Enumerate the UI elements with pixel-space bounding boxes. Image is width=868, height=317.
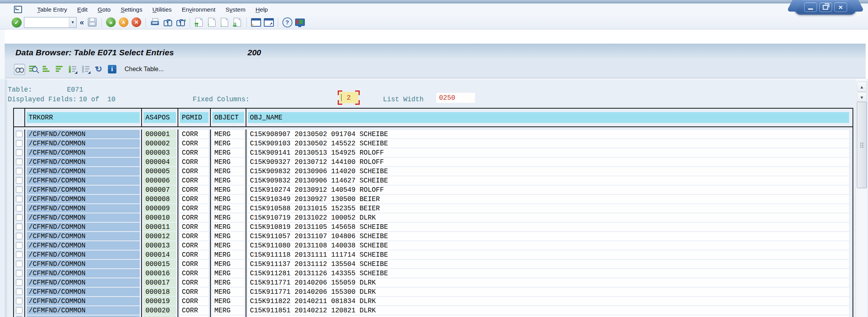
system-menu-icon[interactable] xyxy=(14,6,22,13)
collapse-icon[interactable]: « xyxy=(79,18,85,27)
table-row[interactable]: /CFMFND/COMMON 000009 CORR MERG C15K9105… xyxy=(14,204,853,213)
table-row[interactable]: /CFMFND/COMMON 000010 CORR MERG C15K9107… xyxy=(14,213,853,222)
table-row[interactable]: /CFMFND/COMMON 000004 CORR MERG C15K9093… xyxy=(14,157,853,167)
row-checkbox[interactable] xyxy=(16,270,22,276)
back-button[interactable]: « xyxy=(106,17,116,27)
row-checkbox[interactable] xyxy=(16,242,22,249)
row-checkbox[interactable] xyxy=(16,223,22,230)
cell-trkorr: /CFMFND/COMMON xyxy=(25,167,142,176)
table-row[interactable]: /CFMFND/COMMON 000008 CORR MERG C15K9103… xyxy=(14,194,853,204)
list-width-field[interactable]: 0250 xyxy=(436,93,475,103)
menu-item-table-entry[interactable]: Table Entry xyxy=(32,5,72,15)
row-checkbox[interactable] xyxy=(16,168,22,174)
cell-obj-name: C15K910349 20130927 130500 BEIER xyxy=(246,194,853,204)
row-checkbox[interactable] xyxy=(16,131,22,137)
row-checkbox[interactable] xyxy=(16,214,22,221)
row-checkbox[interactable] xyxy=(16,298,22,304)
cell-trkorr: /CFMFND/COMMON xyxy=(25,278,142,287)
cancel-button[interactable]: ✕ xyxy=(131,17,142,27)
menu-item-utilities[interactable]: Utilities xyxy=(147,5,177,15)
menu-item-system[interactable]: System xyxy=(220,5,251,15)
vertical-scrollbar[interactable]: ▲ ▼ xyxy=(856,79,867,317)
row-checkbox[interactable] xyxy=(16,261,22,267)
row-checkbox[interactable] xyxy=(16,149,22,156)
display-button[interactable] xyxy=(14,64,25,75)
column-header-obj-name[interactable]: OBJ_NAME xyxy=(246,109,853,126)
row-checkbox[interactable] xyxy=(16,140,22,147)
row-checkbox[interactable] xyxy=(16,233,22,239)
row-checkbox[interactable] xyxy=(16,186,22,193)
scroll-down-button[interactable]: ▼ xyxy=(857,92,867,102)
table-row[interactable]: /CFMFND/COMMON 000019 CORR MERG C15K9118… xyxy=(14,297,853,306)
set-filter-button[interactable] xyxy=(67,64,78,75)
column-header-object[interactable]: OBJECT xyxy=(211,109,246,126)
row-checkbox[interactable] xyxy=(16,251,22,258)
cell-obj-name: C15K911118 20131111 111714 SCHEIBE xyxy=(246,250,853,259)
table-row[interactable]: /CFMFND/COMMON 000015 CORR MERG C15K9111… xyxy=(14,259,853,269)
command-field[interactable] xyxy=(24,18,69,27)
table-row[interactable]: /CFMFND/COMMON 000016 CORR MERG C15K9112… xyxy=(14,269,853,278)
table-row[interactable]: /CFMFND/COMMON 000011 CORR MERG C15K9108… xyxy=(14,222,853,232)
help-button[interactable]: ? xyxy=(282,17,292,27)
restore-button[interactable] xyxy=(819,2,832,12)
cell-trkorr: /CFMFND/COMMON xyxy=(25,241,142,250)
menu-item-edit[interactable]: Edit xyxy=(72,5,93,15)
exit-button[interactable]: ∧ xyxy=(118,17,129,27)
table-row[interactable]: /CFMFND/COMMON 000014 CORR MERG C15K9111… xyxy=(14,250,853,259)
column-header-as4pos[interactable]: AS4POS xyxy=(142,109,178,126)
cell-object: MERG xyxy=(211,157,246,167)
table-row[interactable]: /CFMFND/COMMON 000001 CORR MERG C15K9089… xyxy=(14,130,853,139)
check-table-button[interactable]: Check Table... xyxy=(125,66,164,73)
column-header-trkorr[interactable]: TRKORR xyxy=(25,109,142,126)
find-button[interactable] xyxy=(162,17,173,27)
row-checkbox[interactable] xyxy=(16,288,22,295)
table-row[interactable]: /CFMFND/COMMON 000020 CORR MERG C15K9118… xyxy=(14,306,853,315)
table-row[interactable]: /CFMFND/COMMON 000013 CORR MERG C15K9110… xyxy=(14,241,853,250)
command-dropdown-icon[interactable]: ▼ xyxy=(69,17,76,27)
column-header-pgmid[interactable]: PGMID xyxy=(178,109,211,126)
row-checkbox[interactable] xyxy=(16,279,22,286)
close-button[interactable]: ✕ xyxy=(834,2,847,12)
table-row[interactable]: /CFMFND/COMMON 000018 CORR MERG C15K9117… xyxy=(14,287,853,297)
first-page-button[interactable]: ⇈ xyxy=(194,17,204,27)
menu-item-settings[interactable]: Settings xyxy=(116,5,147,15)
gui-settings-button[interactable] xyxy=(295,17,305,27)
scrollbar-thumb[interactable] xyxy=(857,102,867,188)
first-page-icon: ⇈ xyxy=(195,18,203,27)
print-button[interactable] xyxy=(150,17,160,27)
row-checkbox[interactable] xyxy=(16,158,22,165)
menu-item-goto[interactable]: Goto xyxy=(92,5,116,15)
table-row[interactable]: /CFMFND/COMMON 000003 CORR MERG C15K9091… xyxy=(14,148,853,157)
minimize-button[interactable] xyxy=(804,2,817,12)
save-button[interactable] xyxy=(87,17,97,27)
enter-button[interactable]: ✓ xyxy=(12,17,22,27)
row-checkbox[interactable] xyxy=(16,205,22,211)
table-row[interactable]: /CFMFND/COMMON 000012 CORR MERG C15K9110… xyxy=(14,232,853,241)
table-row[interactable]: /CFMFND/COMMON 000002 CORR MERG C15K9091… xyxy=(14,139,853,148)
table-row-partial[interactable] xyxy=(14,315,853,317)
table-row[interactable]: /CFMFND/COMMON 000005 CORR MERG C15K9098… xyxy=(14,167,853,176)
cell-obj-name: C15K910719 20131022 100052 DLRK xyxy=(246,213,853,222)
previous-page-button[interactable]: ↑ xyxy=(207,17,217,27)
table-row[interactable]: /CFMFND/COMMON 000007 CORR MERG C15K9102… xyxy=(14,185,853,194)
sort-descending-button[interactable] xyxy=(54,64,65,75)
delete-filter-button[interactable] xyxy=(80,64,91,75)
find-next-button[interactable]: + xyxy=(175,17,186,27)
new-session-button[interactable]: ✶ xyxy=(251,17,261,27)
fixed-columns-field[interactable]: 2 xyxy=(339,92,358,103)
refresh-button[interactable]: ↻ xyxy=(94,64,104,75)
last-page-button[interactable]: ⇊ xyxy=(232,17,243,27)
row-checkbox[interactable] xyxy=(16,196,22,202)
info-button[interactable]: i xyxy=(107,64,117,75)
menu-item-environment[interactable]: Environment xyxy=(177,5,220,15)
row-checkbox[interactable] xyxy=(16,307,22,314)
next-page-button[interactable]: ↓ xyxy=(219,17,230,27)
table-row[interactable]: /CFMFND/COMMON 000017 CORR MERG C15K9117… xyxy=(14,278,853,287)
menu-item-help[interactable]: Help xyxy=(251,5,273,15)
choose-details-button[interactable] xyxy=(28,64,38,75)
sort-ascending-button[interactable] xyxy=(41,64,51,75)
create-shortcut-button[interactable]: ↗ xyxy=(263,17,274,27)
scroll-up-button[interactable]: ▲ xyxy=(857,82,867,92)
row-checkbox[interactable] xyxy=(16,177,22,184)
table-row[interactable]: /CFMFND/COMMON 000006 CORR MERG C15K9098… xyxy=(14,176,853,185)
